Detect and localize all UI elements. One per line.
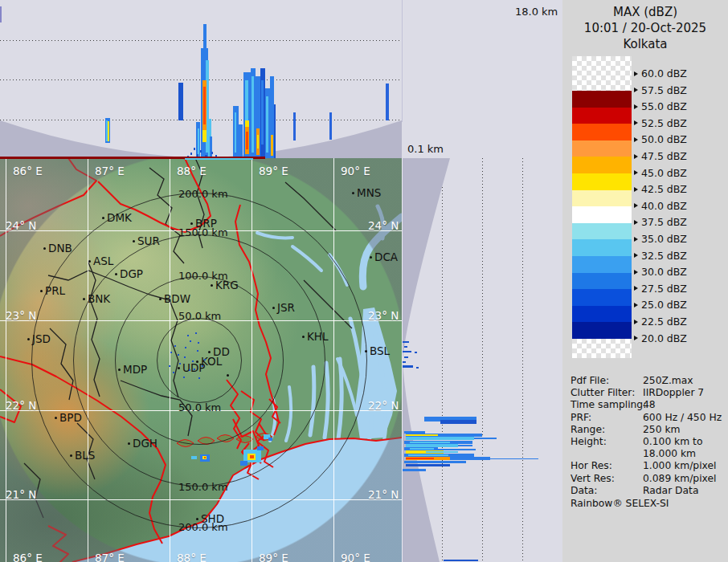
city-label: KHL xyxy=(307,330,329,343)
longitude-label: 87° E xyxy=(95,165,125,177)
legend-tick-arrow xyxy=(634,320,638,324)
legend-tick-arrow xyxy=(634,104,638,109)
legend-tick-arrow xyxy=(634,286,638,291)
range-ring-label: 200.0 km xyxy=(178,188,228,200)
latitude-label: 21° N xyxy=(6,488,36,501)
legend-entry: 20.0 dBZ xyxy=(634,332,687,344)
legend-tick-arrow xyxy=(634,71,638,76)
city-label: DMK xyxy=(107,211,132,224)
city-label: BRP xyxy=(195,217,217,230)
legend-color-band xyxy=(572,289,632,306)
meta-value: IIRDoppler 7 xyxy=(643,387,704,398)
meta-label: Pdf File: xyxy=(571,375,609,386)
legend-color-band xyxy=(572,190,632,207)
city-label: MDP xyxy=(123,363,147,376)
legend-tick-arrow xyxy=(634,170,638,175)
legend-entry: 25.0 dBZ xyxy=(634,299,687,312)
legend-entry-label: 27.5 dBZ xyxy=(641,283,687,295)
legend-color-band xyxy=(572,140,632,157)
city-label: BSL xyxy=(370,344,390,357)
beyond-range-wedge xyxy=(403,158,562,562)
latitude-label: 22° N xyxy=(6,399,36,412)
radar-display: 18.0 km 0.1 km xyxy=(0,0,728,562)
meta-value: 0.089 km/pixel xyxy=(643,473,716,484)
city-marker-dot xyxy=(43,247,46,250)
legend-color-band xyxy=(572,273,632,290)
legend-color-band xyxy=(572,173,632,190)
city-label: PRL xyxy=(45,284,65,297)
city-marker-dot xyxy=(55,417,57,419)
range-ring xyxy=(31,193,367,528)
legend-entry: 37.5 dBZ xyxy=(634,216,687,229)
meta-value: Radar Data xyxy=(643,485,698,496)
city-marker-dot xyxy=(211,284,213,287)
legend-entry: 32.5 dBZ xyxy=(634,249,687,262)
legend-color-band xyxy=(572,306,632,323)
right-cross-section-panel xyxy=(403,158,562,562)
city-label: ASL xyxy=(93,255,113,267)
city-marker-dot xyxy=(27,338,30,340)
city-marker-dot xyxy=(133,240,135,242)
legend-entry: 22.5 dBZ xyxy=(634,316,687,328)
longitude-label: 89° E xyxy=(259,552,288,562)
range-ring-label: 150.0 km xyxy=(178,481,228,493)
city-label: JSR xyxy=(277,301,295,314)
height-axis-corner: 18.0 km 0.1 km xyxy=(402,0,562,158)
city-label: BPD xyxy=(59,411,82,424)
city-marker-dot xyxy=(196,518,198,520)
legend-entry: 60.0 dBZ xyxy=(634,67,687,80)
city-label: UDP xyxy=(182,361,205,374)
legend-color-band xyxy=(572,322,632,339)
longitude-label: 90° E xyxy=(341,552,370,562)
latitude-label: 24° N xyxy=(368,219,399,232)
city-marker-dot xyxy=(159,298,162,300)
meta-label: PRF: xyxy=(571,412,591,423)
city-marker-dot xyxy=(302,336,305,338)
latitude-label: 24° N xyxy=(6,219,36,232)
city-marker-dot xyxy=(40,290,43,292)
legend-tick-arrow xyxy=(634,336,638,340)
meta-label: Range: xyxy=(571,424,605,435)
legend-color-band xyxy=(572,256,632,273)
legend-entry: 35.0 dBZ xyxy=(634,233,687,246)
legend-color-band xyxy=(572,91,632,108)
legend-entry-label: 22.5 dBZ xyxy=(641,316,687,328)
city-label: DCA xyxy=(374,250,398,263)
legend-tick-arrow xyxy=(634,88,638,92)
legend-color-band xyxy=(572,108,632,124)
latitude-label: 21° N xyxy=(368,488,399,501)
product-datetime: 10:01 / 20-Oct-2025 xyxy=(562,21,728,35)
meta-label: Time sampling: xyxy=(571,399,646,410)
panel-divider xyxy=(402,158,403,562)
city-label: DGP xyxy=(120,267,143,280)
meta-label: Hor Res: xyxy=(571,460,612,471)
legend-panel: MAX (dBZ) 10:01 / 20-Oct-2025 Kolkata 60… xyxy=(562,0,728,562)
legend-entry-label: 60.0 dBZ xyxy=(641,67,687,79)
meta-value: 600 Hz / 450 Hz xyxy=(643,412,722,423)
legend-entry-label: 55.0 dBZ xyxy=(641,100,687,112)
height-axis-max-label: 18.0 km xyxy=(515,6,558,18)
legend-entry: 45.0 dBZ xyxy=(634,166,687,179)
meta-label: Clutter Filter: xyxy=(571,387,635,398)
city-label: SHD xyxy=(201,512,224,525)
legend-entry: 30.0 dBZ xyxy=(634,266,687,279)
legend-entry-label: 20.0 dBZ xyxy=(641,332,687,344)
legend-tick-arrow xyxy=(634,220,638,225)
city-marker-dot xyxy=(370,256,372,259)
city-marker-dot xyxy=(178,367,180,369)
city-marker-dot xyxy=(208,351,211,353)
beyond-range-wedge xyxy=(0,0,402,158)
legend-swatch-transparent-bottom xyxy=(572,339,632,358)
city-marker-dot xyxy=(352,192,354,194)
city-marker-dot xyxy=(272,307,275,309)
legend-color-band xyxy=(572,239,632,256)
legend-tick-arrow xyxy=(634,237,638,242)
meta-value: 48 xyxy=(643,399,656,410)
legend-tick-arrow xyxy=(634,187,638,192)
legend-entry-label: 50.0 dBZ xyxy=(641,133,687,145)
city-label: KRG xyxy=(215,279,239,291)
longitude-label: 88° E xyxy=(177,165,207,177)
legend-tick-arrow xyxy=(634,203,638,208)
legend-tick-arrow xyxy=(634,270,638,275)
meta-value: 1.000 km/pixel xyxy=(643,460,716,471)
